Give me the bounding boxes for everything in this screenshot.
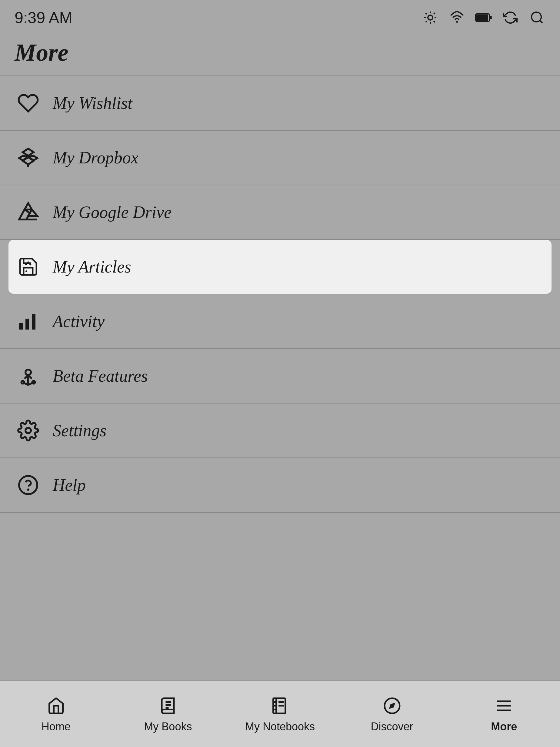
brightness-icon: [422, 9, 439, 26]
svg-line-15: [540, 20, 542, 23]
dropbox-label: My Dropbox: [53, 148, 138, 168]
svg-rect-11: [476, 15, 488, 21]
more-nav-icon: [493, 695, 515, 717]
help-icon: [15, 471, 42, 499]
menu-list: My Wishlist My Dropbox My Google D: [0, 76, 560, 513]
articles-icon: [15, 253, 42, 280]
settings-label: Settings: [53, 421, 106, 440]
menu-item-settings[interactable]: Settings: [0, 404, 560, 458]
svg-line-7: [425, 21, 427, 22]
my-notebooks-nav-icon: [269, 695, 291, 717]
activity-icon: [15, 308, 42, 335]
home-nav-icon: [45, 695, 67, 717]
discover-nav-icon: [381, 695, 403, 717]
svg-point-18: [25, 271, 27, 272]
nav-item-my-notebooks[interactable]: My Notebooks: [224, 681, 336, 747]
menu-item-beta-features[interactable]: Beta Features: [0, 349, 560, 404]
svg-rect-21: [32, 314, 35, 330]
articles-label: My Articles: [53, 257, 131, 277]
menu-item-dropbox[interactable]: My Dropbox: [0, 131, 560, 185]
svg-rect-19: [19, 323, 23, 330]
page-title: More: [15, 39, 545, 67]
svg-point-14: [532, 12, 541, 22]
svg-point-22: [25, 369, 31, 375]
settings-icon: [15, 417, 42, 444]
page-header: More: [0, 33, 560, 76]
svg-line-8: [434, 13, 435, 14]
beta-features-label: Beta Features: [53, 366, 148, 386]
svg-marker-44: [389, 702, 395, 709]
home-nav-label: Home: [42, 720, 71, 733]
svg-point-9: [456, 21, 458, 23]
google-drive-icon: [15, 199, 42, 226]
beta-icon: [15, 362, 42, 390]
my-books-nav-label: My Books: [144, 720, 192, 733]
nav-item-my-books[interactable]: My Books: [112, 681, 224, 747]
sync-icon: [502, 9, 519, 26]
svg-line-3: [425, 13, 427, 14]
help-label: Help: [53, 475, 86, 495]
svg-point-0: [428, 15, 433, 20]
wishlist-label: My Wishlist: [53, 93, 132, 113]
menu-item-google-drive[interactable]: My Google Drive: [0, 185, 560, 240]
search-icon[interactable]: [529, 9, 545, 26]
menu-item-activity[interactable]: Activity: [0, 294, 560, 349]
battery-icon: [475, 9, 492, 26]
svg-rect-20: [25, 319, 29, 330]
status-time: 9:39 AM: [15, 8, 73, 27]
wifi-icon: [449, 9, 465, 26]
status-bar: 9:39 AM: [0, 0, 560, 33]
bottom-nav: Home My Books My: [0, 680, 560, 747]
menu-item-help[interactable]: Help: [0, 458, 560, 513]
nav-item-more[interactable]: More: [448, 681, 560, 747]
nav-item-discover[interactable]: Discover: [336, 681, 448, 747]
heart-icon: [15, 89, 42, 117]
menu-item-articles[interactable]: My Articles: [8, 240, 552, 294]
more-nav-label: More: [491, 720, 517, 733]
discover-nav-label: Discover: [371, 720, 413, 733]
my-books-nav-icon: [157, 695, 179, 717]
dropbox-icon: [15, 144, 42, 171]
svg-point-30: [25, 428, 31, 433]
menu-item-wishlist[interactable]: My Wishlist: [0, 76, 560, 131]
svg-line-4: [434, 21, 435, 22]
status-icons: [422, 9, 545, 26]
nav-item-home[interactable]: Home: [0, 681, 112, 747]
google-drive-label: My Google Drive: [53, 203, 171, 222]
activity-label: Activity: [53, 312, 105, 331]
my-notebooks-nav-label: My Notebooks: [245, 720, 315, 733]
